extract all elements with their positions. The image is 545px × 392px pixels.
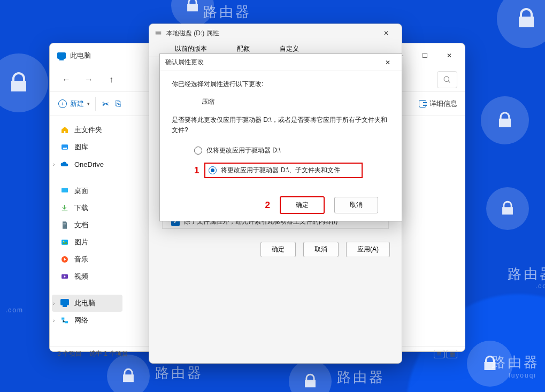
watermark-sub: .com (535, 282, 545, 290)
svg-point-9 (160, 32, 160, 33)
apply-button[interactable]: 应用(A) (346, 242, 390, 257)
sidebar-item-network[interactable]: › 网络 (52, 312, 122, 329)
bg-lock-icon (0, 53, 48, 112)
view-grid-button[interactable]: ▦ (447, 350, 457, 358)
status-count: 3 个项目 (57, 349, 82, 358)
watermark-text: 路由器 (492, 353, 540, 372)
watermark-text: 路由器 (203, 3, 251, 21)
sidebar-item-desktop[interactable]: 桌面 (52, 182, 122, 199)
sidebar-item-onedrive[interactable]: › OneDrive (52, 156, 122, 173)
monitor-icon (60, 299, 69, 308)
sidebar-label: 图片 (74, 237, 88, 247)
dialog-msg2: 是否要将此更改仅应用于驱动器 D:\，或者是否要将它应用于所有子文件夹和文件? (172, 115, 390, 135)
sidebar-item-documents[interactable]: 文档 (52, 217, 122, 234)
close-button[interactable]: ✕ (377, 54, 398, 71)
title-text: 此电脑 (70, 51, 91, 60)
sidebar-label: 网络 (74, 316, 88, 325)
chevron-down-icon: ▾ (87, 101, 90, 106)
cloud-icon (60, 160, 69, 168)
download-icon (60, 204, 69, 212)
sidebar-item-videos[interactable]: 视频 (52, 268, 122, 285)
svg-rect-7 (65, 321, 68, 323)
radio-label: 将更改应用于驱动器 D:\、子文件夹和文件 (221, 166, 340, 175)
radio-label: 仅将更改应用于驱动器 D:\ (206, 146, 281, 155)
watermark-text: 路由器 (155, 364, 203, 382)
ok-button[interactable]: 确定 (280, 196, 325, 214)
sidebar-item-music[interactable]: 音乐 (52, 251, 122, 268)
dialog-msg1: 你已经选择对属性进行以下更改: (172, 80, 390, 89)
gallery-icon (60, 143, 69, 151)
copy-icon[interactable]: ⎘ (116, 99, 121, 109)
plus-icon: + (58, 99, 67, 108)
bg-lock-icon (289, 360, 332, 392)
annotation-2: 2 (265, 200, 270, 211)
status-selected: 选中 1 个项目 (89, 349, 128, 358)
svg-rect-6 (62, 318, 64, 320)
watermark-text: 路由器 (508, 265, 545, 283)
details-button[interactable]: 详细信息 (419, 99, 457, 109)
sidebar-label: 下载 (74, 203, 88, 213)
window-title: 本地磁盘 (D:) 属性 (155, 29, 374, 38)
annotation-1: 1 (194, 165, 199, 176)
sidebar-label: 音乐 (74, 255, 88, 264)
video-icon (60, 272, 69, 281)
title-text: 本地磁盘 (D:) 属性 (166, 29, 219, 38)
radio-icon (194, 147, 202, 155)
new-button[interactable]: + 新建 ▾ (57, 97, 96, 111)
doc-icon (60, 221, 69, 229)
sidebar-label: 视频 (74, 272, 88, 281)
radio-drive-only[interactable]: 仅将更改应用于驱动器 D:\ (194, 146, 390, 155)
bg-lock-icon (486, 187, 529, 230)
watermark-sub: .com (5, 306, 24, 314)
sidebar-item-gallery[interactable]: 图库 (52, 139, 122, 156)
search-icon (443, 76, 451, 83)
view-list-button[interactable]: ≣ (434, 350, 444, 358)
bg-lock-icon (481, 96, 529, 144)
home-icon (60, 126, 69, 134)
search-input[interactable] (437, 71, 457, 88)
sidebar-item-home[interactable]: 主文件夹 (52, 121, 122, 139)
details-icon (419, 100, 426, 107)
sidebar-label: 文档 (74, 220, 88, 230)
nav-forward-icon[interactable]: → (83, 75, 95, 84)
cancel-button[interactable]: 取消 (303, 242, 339, 257)
nav-back-icon[interactable]: ← (60, 75, 72, 84)
sidebar-item-thispc[interactable]: › 此电脑 (52, 295, 122, 312)
pictures-icon (60, 238, 69, 247)
watermark-sub: luyouqi (509, 372, 536, 379)
sidebar-label: 桌面 (74, 186, 88, 196)
svg-point-3 (63, 241, 65, 242)
monitor-icon (57, 52, 66, 59)
cancel-button[interactable]: 取消 (334, 197, 378, 213)
watermark-text: 路由器 (337, 368, 385, 387)
chevron-right-icon: › (53, 301, 55, 306)
close-button[interactable]: ✕ (437, 47, 462, 64)
network-icon (60, 316, 69, 325)
dialog-title: 确认属性更改 (165, 58, 204, 67)
sidebar-label: 此电脑 (74, 298, 95, 308)
sidebar-label: 图库 (74, 142, 88, 152)
cut-icon[interactable]: ✂ (102, 99, 109, 109)
new-label: 新建 (70, 99, 84, 109)
ok-button[interactable]: 确定 (260, 242, 296, 257)
radio-icon (209, 166, 217, 174)
desktop-icon (60, 187, 69, 195)
svg-rect-1 (62, 188, 68, 193)
confirm-dialog: 确认属性更改 ✕ 你已经选择对属性进行以下更改: 压缩 是否要将此更改仅应用于驱… (159, 53, 402, 221)
sidebar-item-downloads[interactable]: 下载 (52, 199, 122, 217)
chevron-right-icon: › (53, 162, 55, 167)
sidebar-label: OneDrive (74, 160, 104, 168)
details-label: 详细信息 (429, 99, 457, 109)
music-icon (60, 255, 69, 264)
nav-up-icon[interactable]: ↑ (105, 75, 117, 84)
sidebar-item-pictures[interactable]: 图片 (52, 234, 122, 251)
dialog-attribute: 压缩 (202, 97, 390, 106)
sidebar: 主文件夹 图库 › OneDrive 桌面 下载 文档 (50, 116, 125, 346)
close-button[interactable]: ✕ (374, 25, 398, 42)
bg-lock-icon (497, 0, 545, 48)
maximize-button[interactable]: ☐ (412, 47, 437, 64)
sidebar-label: 主文件夹 (74, 125, 102, 135)
chevron-right-icon: › (53, 318, 55, 324)
radio-recursive[interactable]: 将更改应用于驱动器 D:\、子文件夹和文件 (204, 163, 363, 178)
drive-icon (155, 29, 162, 38)
